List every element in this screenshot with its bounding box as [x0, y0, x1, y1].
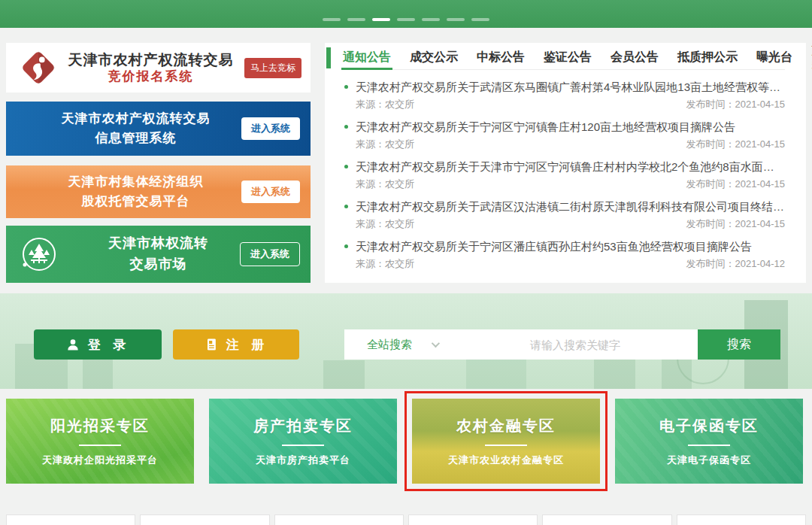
- list-item: 天津农村产权交易所关于武清区东马圈镇广善村第4号林业队园地13亩土地经营权等4个…: [343, 79, 785, 111]
- zone-subtitle: 天津电子保函专区: [667, 454, 751, 467]
- announcement-link[interactable]: 天津农村产权交易所关于武清区东马圈镇广善村第4号林业队园地13亩土地经营权等4个…: [343, 79, 785, 95]
- announcement-meta: 来源：农交所 发布时间：2021-04-15: [343, 98, 785, 111]
- carousel-dot[interactable]: [447, 18, 465, 21]
- zone-card-rural-finance[interactable]: 农村金融专区 天津市农业农村金融专区: [412, 399, 600, 484]
- announcement-title: 天津农村产权交易所关于武清区东马圈镇广善村第4号林业队园地13亩土地经营权等4个…: [356, 80, 785, 93]
- announcement-panel: 通知公告 成交公示 中标公告 鉴证公告 会员公告 抵质押公示 曝光台 更多 天津…: [325, 43, 806, 283]
- carousel-dot[interactable]: [347, 18, 365, 21]
- bidding-title-line2: 竞价报名系统: [57, 68, 244, 84]
- carousel-dot[interactable]: [323, 18, 341, 21]
- zone-card-sunshine-procurement[interactable]: 阳光招采专区 天津政村企阳光招采平台: [6, 399, 194, 484]
- banner-line1: 天津市林权流转: [59, 233, 258, 254]
- announcement-link[interactable]: 天津农村产权交易所关于天津市宁河区宁河镇鲁庄村村内学校北2个鱼池约8亩水面经营.…: [343, 159, 785, 174]
- tab-pledge[interactable]: 抵质押公示: [677, 50, 738, 65]
- source-value: 农交所: [385, 258, 414, 269]
- tree-icon: [20, 235, 59, 274]
- publish-date: 2021-04-15: [735, 178, 786, 190]
- register-form-icon: [204, 337, 219, 352]
- search-scope-select[interactable]: 全站搜索: [344, 338, 453, 352]
- zone-card-real-estate-auction[interactable]: 房产拍卖专区 天津市房产拍卖平台: [209, 399, 397, 484]
- user-icon: [65, 337, 80, 352]
- special-zones: 阳光招采专区 天津政村企阳光招采平台 房产拍卖专区 天津市房产拍卖平台 农村金融…: [6, 399, 803, 484]
- zone-card-e-guarantee[interactable]: 电子保函专区 天津电子保函专区: [615, 399, 803, 484]
- announcement-meta: 来源：农交所 发布时间：2021-04-15: [343, 178, 785, 190]
- bullet-icon: [344, 244, 348, 248]
- footer-cell[interactable]: [140, 514, 269, 525]
- banner-line1: 天津市农村产权流转交易: [62, 109, 211, 129]
- zone-title: 阳光招采专区: [50, 416, 150, 436]
- publish-date: 2021-04-15: [735, 99, 786, 110]
- carousel-dot[interactable]: [422, 18, 440, 21]
- zone-title: 农村金融专区: [456, 416, 556, 436]
- source-value: 农交所: [385, 99, 414, 110]
- bullet-icon: [344, 205, 348, 208]
- site-search-bar: 全站搜索 搜索: [344, 329, 780, 360]
- list-item: 天津农村产权交易所关于宁河区宁河镇鲁庄村120亩土地经营权项目摘牌公告 来源：农…: [343, 119, 785, 150]
- publish-date: 2021-04-15: [735, 218, 786, 229]
- list-item: 天津农村产权交易所关于天津市宁河区宁河镇鲁庄村村内学校北2个鱼池约8亩水面经营.…: [343, 159, 785, 190]
- tab-member[interactable]: 会员公告: [611, 50, 659, 65]
- zone-subtitle: 天津市农业农村金融专区: [448, 454, 564, 467]
- tab-exposure[interactable]: 曝光台: [756, 50, 792, 65]
- footer-cell[interactable]: [677, 514, 806, 525]
- bidding-system-card[interactable]: 天津市农村产权流转交易 竞价报名系统 马上去竞标: [6, 43, 311, 93]
- bullet-icon: [344, 125, 348, 129]
- exchange-logo-icon: [20, 49, 57, 86]
- publish-date: 2021-04-15: [735, 138, 786, 150]
- source-value: 农交所: [385, 138, 414, 150]
- tab-notice[interactable]: 通知公告: [343, 50, 391, 65]
- zone-divider: [688, 445, 730, 446]
- footer-cell[interactable]: [6, 514, 135, 525]
- chevron-down-icon: [432, 339, 440, 347]
- search-scope-label: 全站搜索: [367, 338, 412, 352]
- enter-system-button[interactable]: 进入系统: [241, 181, 300, 203]
- footer-cell[interactable]: [408, 514, 538, 525]
- register-label: 注 册: [226, 336, 269, 354]
- carousel-dot[interactable]: [397, 18, 415, 21]
- zone-subtitle: 天津市房产拍卖平台: [256, 454, 350, 467]
- announcement-title: 天津农村产权交易所关于宁河区潘庄镇西孙庄村约53亩鱼池经营权项目摘牌公告: [356, 240, 752, 253]
- bullet-icon: [344, 165, 348, 168]
- announcement-link[interactable]: 天津农村产权交易所关于宁河区宁河镇鲁庄村120亩土地经营权项目摘牌公告: [343, 119, 785, 135]
- bidding-title-line1: 天津市农村产权流转交易: [57, 51, 244, 69]
- enter-system-button[interactable]: 进入系统: [241, 117, 300, 140]
- tab-winning-bid[interactable]: 中标公告: [477, 50, 525, 65]
- carousel-dots: [323, 18, 489, 21]
- banner-text: 天津市村集体经济组织 股权托管交易平台: [68, 172, 204, 212]
- announcement-title: 天津农村产权交易所关于宁河区宁河镇鲁庄村120亩土地经营权项目摘牌公告: [356, 120, 735, 133]
- tab-certification[interactable]: 鉴证公告: [544, 50, 592, 65]
- bullet-icon: [344, 85, 348, 89]
- carousel-dot[interactable]: [471, 18, 489, 21]
- time-label: 发布时间：: [686, 138, 735, 150]
- register-button[interactable]: 注 册: [173, 329, 299, 360]
- time-label: 发布时间：: [686, 258, 735, 269]
- carousel-dot-active[interactable]: [372, 18, 390, 21]
- search-input[interactable]: [453, 338, 698, 351]
- announcement-link[interactable]: 天津农村产权交易所关于宁河区潘庄镇西孙庄村约53亩鱼池经营权项目摘牌公告: [343, 238, 785, 254]
- source-label: 来源：: [356, 218, 385, 229]
- list-item: 天津农村产权交易所关于武清区汉沽港镇二街村原天津凯得利科技有限公司项目终结公告 …: [343, 199, 785, 230]
- go-bid-button[interactable]: 马上去竞标: [244, 58, 301, 78]
- zone-divider: [282, 445, 324, 446]
- announcement-link[interactable]: 天津农村产权交易所关于武清区汉沽港镇二街村原天津凯得利科技有限公司项目终结公告: [343, 199, 785, 214]
- announcement-title: 天津农村产权交易所关于天津市宁河区宁河镇鲁庄村村内学校北2个鱼池约8亩水面经营.…: [356, 160, 785, 173]
- list-item: 天津农村产权交易所关于宁河区潘庄镇西孙庄村约53亩鱼池经营权项目摘牌公告 来源：…: [343, 238, 785, 270]
- announcement-title: 天津农村产权交易所关于武清区汉沽港镇二街村原天津凯得利科技有限公司项目终结公告: [356, 200, 785, 213]
- source-label: 来源：: [356, 178, 385, 190]
- zone-subtitle: 天津政村企阳光招采平台: [42, 454, 158, 467]
- banner-line2: 股权托管交易平台: [68, 192, 204, 211]
- footer-cell[interactable]: [542, 514, 671, 525]
- source-label: 来源：: [356, 99, 385, 110]
- source-value: 农交所: [385, 178, 414, 190]
- info-management-banner[interactable]: 天津市农村产权流转交易 信息管理系统 进入系统: [6, 102, 311, 156]
- enter-system-button[interactable]: 进入系统: [240, 242, 300, 266]
- footer-cell[interactable]: [274, 514, 404, 525]
- login-button[interactable]: 登 录: [34, 329, 162, 360]
- search-button[interactable]: 搜索: [698, 329, 780, 360]
- bidding-system-title: 天津市农村产权流转交易 竞价报名系统: [57, 51, 244, 85]
- forest-rights-banner[interactable]: 天津市林权流转 交易市场 进入系统: [6, 226, 311, 283]
- time-label: 发布时间：: [686, 218, 735, 229]
- tab-deal-publicity[interactable]: 成交公示: [410, 50, 458, 65]
- cityscape-building: [83, 357, 113, 389]
- equity-trusteeship-banner[interactable]: 天津市村集体经济组织 股权托管交易平台 进入系统: [6, 165, 311, 218]
